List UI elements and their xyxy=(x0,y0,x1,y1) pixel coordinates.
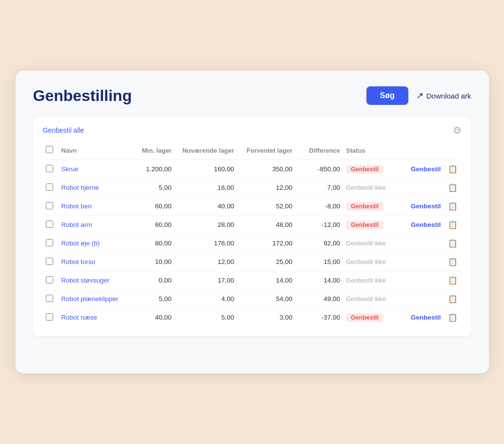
search-button[interactable]: Søg xyxy=(366,86,408,105)
clipboard-icon[interactable]: 📋 xyxy=(447,183,459,192)
reorder-all-link[interactable]: Genbestil alle xyxy=(43,126,84,134)
row-difference: -12,00 xyxy=(295,216,343,234)
row-difference: 49,00 xyxy=(295,290,343,308)
row-nuvaerende-lager: 40,00 xyxy=(174,197,237,216)
row-icon-cell: 📋 xyxy=(444,179,462,197)
row-name[interactable]: Robot ben xyxy=(59,197,127,216)
main-card: Genbestilling Søg ↗︎ Download ark Genbes… xyxy=(16,71,489,373)
row-checkbox[interactable] xyxy=(46,221,53,228)
row-checkbox[interactable] xyxy=(46,165,53,172)
clipboard-icon[interactable]: 📋 xyxy=(447,294,459,303)
row-checkbox[interactable] xyxy=(46,258,53,265)
row-min-lager: 60,00 xyxy=(127,197,175,216)
clipboard-icon[interactable]: 📋 xyxy=(447,164,459,174)
table-header-row: Navn Min. lager Nuværende lager Forvente… xyxy=(43,142,462,160)
row-name[interactable]: Robot næse xyxy=(59,308,127,327)
status-badge: Genbestil xyxy=(346,313,383,322)
row-checkbox[interactable] xyxy=(46,276,53,283)
row-forventet-lager: 172,00 xyxy=(237,234,295,253)
row-status: Genbestil ikke xyxy=(343,290,401,308)
col-header-status: Status xyxy=(343,142,401,160)
download-button[interactable]: ↗︎ Download ark xyxy=(416,90,471,101)
col-header-action xyxy=(402,142,444,160)
clipboard-icon[interactable]: 📋 xyxy=(447,220,459,229)
status-no-reorder: Genbestil ikke xyxy=(346,184,386,191)
row-nuvaerende-lager: 12,00 xyxy=(174,253,237,271)
reorder-button[interactable]: Genbestil xyxy=(404,202,441,210)
clipboard-icon[interactable]: 📋 xyxy=(447,313,459,322)
row-min-lager: 40,00 xyxy=(127,308,175,327)
row-action-cell xyxy=(402,179,444,197)
status-no-reorder: Genbestil ikke xyxy=(346,277,386,284)
reorder-button[interactable]: Genbestil xyxy=(404,165,441,173)
settings-icon[interactable]: ⚙ xyxy=(453,124,462,136)
table-row: Robot plæneklipper5,004,0054,0049,00Genb… xyxy=(43,290,462,308)
row-forventet-lager: 52,00 xyxy=(237,197,295,216)
row-name[interactable]: Robot hjerne xyxy=(59,179,127,197)
row-action-cell: Genbestil xyxy=(402,308,444,327)
table-row: Robot øje (b)80,00176,00172,0092,00Genbe… xyxy=(43,234,462,253)
row-checkbox-cell xyxy=(43,160,59,179)
row-forventet-lager: 12,00 xyxy=(237,179,295,197)
row-min-lager: 80,00 xyxy=(127,234,175,253)
reorder-button[interactable]: Genbestil xyxy=(404,314,441,321)
row-checkbox-cell xyxy=(43,290,59,308)
row-difference: -8,00 xyxy=(295,197,343,216)
row-nuvaerende-lager: 16,00 xyxy=(174,179,237,197)
table-row: Robot arm60,0028,0048,00-12,00GenbestilG… xyxy=(43,216,462,234)
row-status: Genbestil xyxy=(343,197,401,216)
row-checkbox[interactable] xyxy=(46,295,53,302)
status-no-reorder: Genbestil ikke xyxy=(346,295,386,303)
row-name[interactable]: Robot torso xyxy=(59,253,127,271)
row-difference: -37,00 xyxy=(295,308,343,327)
row-status: Genbestil xyxy=(343,308,401,327)
row-action-cell: Genbestil xyxy=(402,160,444,179)
col-header-nuvaerende-lager: Nuværende lager xyxy=(174,142,237,160)
row-forventet-lager: 54,00 xyxy=(237,290,295,308)
clipboard-icon[interactable]: 📋 xyxy=(447,202,459,211)
row-status: Genbestil xyxy=(343,160,401,179)
row-nuvaerende-lager: 4,00 xyxy=(174,290,237,308)
row-checkbox-cell xyxy=(43,234,59,253)
row-checkbox-cell xyxy=(43,179,59,197)
row-action-cell: Genbestil xyxy=(402,216,444,234)
table-row: Robot hjerne5,0016,0012,007,00Genbestil … xyxy=(43,179,462,197)
col-header-difference: Difference xyxy=(295,142,343,160)
row-checkbox-cell xyxy=(43,253,59,271)
row-difference: 15,00 xyxy=(295,253,343,271)
row-status: Genbestil ikke xyxy=(343,234,401,253)
row-name[interactable]: Robot plæneklipper xyxy=(59,290,127,308)
row-checkbox-cell xyxy=(43,271,59,290)
col-header-min-lager: Min. lager xyxy=(127,142,175,160)
row-forventet-lager: 48,00 xyxy=(237,216,295,234)
row-checkbox-cell xyxy=(43,197,59,216)
row-name[interactable]: Robot arm xyxy=(59,216,127,234)
row-icon-cell: 📋 xyxy=(444,160,462,179)
col-header-icon xyxy=(444,142,462,160)
row-nuvaerende-lager: 28,00 xyxy=(174,216,237,234)
row-name[interactable]: Robot støvsuger xyxy=(59,271,127,290)
row-nuvaerende-lager: 160,00 xyxy=(174,160,237,179)
row-checkbox[interactable] xyxy=(46,239,53,246)
clipboard-icon[interactable]: 📋 xyxy=(447,239,459,248)
row-name[interactable]: Robot øje (b) xyxy=(59,234,127,253)
download-icon: ↗︎ xyxy=(416,90,423,101)
row-difference: 7,00 xyxy=(295,179,343,197)
row-action-cell xyxy=(402,290,444,308)
row-forventet-lager: 25,00 xyxy=(237,253,295,271)
select-all-checkbox[interactable] xyxy=(46,146,53,153)
row-checkbox[interactable] xyxy=(46,183,53,191)
table-toolbar: Genbestil alle ⚙ xyxy=(43,124,462,136)
clipboard-icon[interactable]: 📋 xyxy=(447,257,459,266)
row-action-cell xyxy=(402,271,444,290)
status-badge: Genbestil xyxy=(346,165,383,174)
table-row: Skrue1.200,00160,00350,00-850,00Genbesti… xyxy=(43,160,462,179)
col-header-forventet-lager: Forventet lager xyxy=(237,142,295,160)
row-min-lager: 10,00 xyxy=(127,253,175,271)
row-checkbox[interactable] xyxy=(46,313,53,321)
row-checkbox[interactable] xyxy=(46,202,53,209)
row-name[interactable]: Skrue xyxy=(59,160,127,179)
reorder-button[interactable]: Genbestil xyxy=(404,221,441,228)
clipboard-icon[interactable]: 📋 xyxy=(447,276,459,285)
row-action-cell: Genbestil xyxy=(402,197,444,216)
